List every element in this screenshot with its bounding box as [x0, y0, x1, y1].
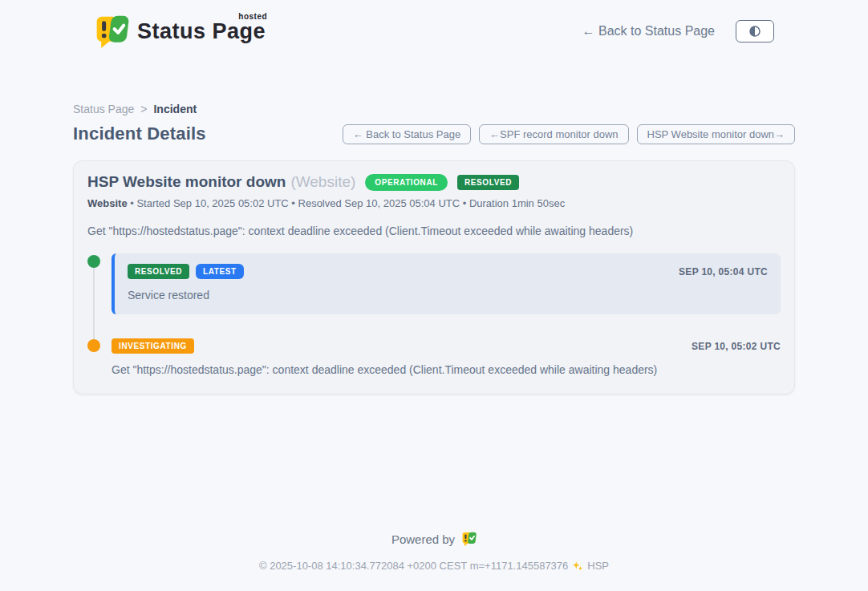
incident-meta-component: Website [87, 197, 128, 209]
page-title: Incident Details [73, 123, 206, 144]
back-to-status-page-button[interactable]: ← Back to Status Page [343, 124, 471, 144]
brand-logo-icon [94, 13, 129, 50]
resolved-state-badge: RESOLVED [457, 175, 519, 190]
timeline-timestamp: SEP 10, 05:02 UTC [692, 341, 781, 352]
copyright-text: © 2025-10-08 14:10:34.772084 +0200 CEST … [259, 560, 568, 572]
breadcrumb-incident: Incident [153, 103, 197, 115]
prev-incident-button[interactable]: ←SPF record monitor down [479, 124, 628, 144]
timeline-entry-investigating: INVESTIGATING SEP 10, 05:02 UTC Get "htt… [87, 338, 781, 376]
copyright-line: © 2025-10-08 14:10:34.772084 +0200 CEST … [0, 560, 868, 572]
footer: Powered by © 2025-10-08 14:10:34.772084 … [0, 531, 868, 591]
timeline-dot-green [87, 255, 100, 268]
brand-name: Status Page hosted [137, 19, 266, 44]
brand-logo-icon[interactable] [461, 531, 477, 547]
header-back-link[interactable]: ← Back to Status Page [582, 24, 715, 38]
header: Status Page hosted ← Back to Status Page [73, 0, 795, 50]
dark-mode-toggle-button[interactable] [736, 20, 774, 43]
incident-meta: Website • Started Sep 10, 2025 05:02 UTC… [87, 197, 781, 209]
incident-component: (Website) [290, 173, 355, 191]
timeline-entry-resolved: RESOLVED LATEST SEP 10, 05:04 UTC Servic… [87, 253, 781, 314]
breadcrumb: Status Page > Incident [73, 103, 795, 115]
incident-title: HSP Website monitor down [87, 173, 286, 191]
timeline-dot-orange [87, 339, 100, 352]
brand-superscript: hosted [238, 12, 267, 21]
timeline-message: Service restored [128, 289, 768, 302]
incident-description: Get "https://hostedstatus.page": context… [87, 225, 781, 237]
incident-timeline: RESOLVED LATEST SEP 10, 05:04 UTC Servic… [87, 253, 781, 376]
next-incident-button[interactable]: HSP Website monitor down→ [637, 124, 795, 144]
half-circle-contrast-icon [748, 24, 762, 38]
sparkles-icon [572, 561, 583, 572]
timeline-message: Get "https://hostedstatus.page": context… [112, 363, 781, 376]
powered-by-label: Powered by [391, 532, 455, 546]
incident-meta-details: • Started Sep 10, 2025 05:02 UTC • Resol… [130, 197, 565, 209]
breadcrumb-status-page[interactable]: Status Page [73, 103, 134, 115]
timeline-latest-update-box: RESOLVED LATEST SEP 10, 05:04 UTC Servic… [112, 253, 781, 314]
timeline-timestamp: SEP 10, 05:04 UTC [679, 266, 768, 277]
timeline-connector-line [93, 266, 95, 344]
timeline-investigating-badge: INVESTIGATING [112, 338, 194, 354]
incident-card: HSP Website monitor down (Website) OPERA… [73, 160, 795, 395]
timeline-latest-badge: LATEST [196, 264, 244, 279]
operational-status-badge: OPERATIONAL [365, 174, 448, 191]
timeline-resolved-badge: RESOLVED [128, 264, 189, 279]
brand-logo[interactable]: Status Page hosted [94, 13, 266, 50]
copyright-brand: HSP [587, 560, 609, 572]
incident-nav-buttons: ← Back to Status Page ←SPF record monito… [343, 124, 795, 144]
breadcrumb-separator: > [140, 103, 147, 115]
